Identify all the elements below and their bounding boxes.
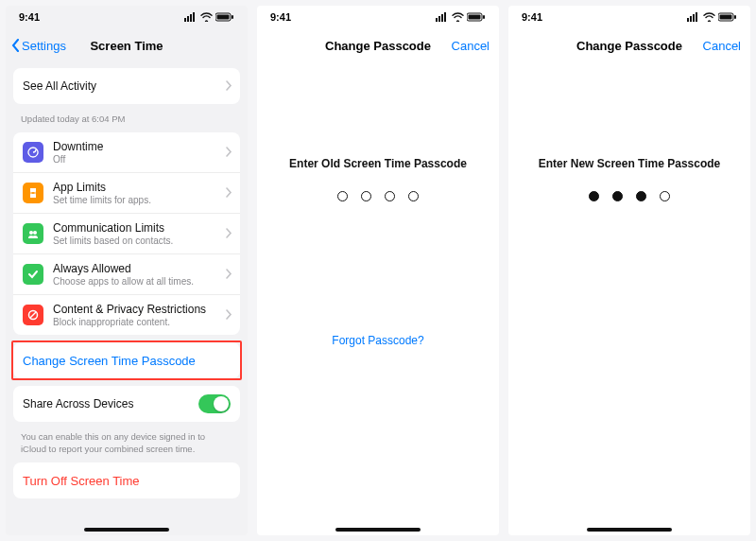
svg-point-7 xyxy=(29,231,33,235)
cancel-label: Cancel xyxy=(452,39,490,53)
see-all-activity-row[interactable]: See All Activity xyxy=(13,68,240,104)
communication-limits-sub: Set limits based on contacts. xyxy=(53,236,215,246)
chevron-right-icon xyxy=(226,266,232,283)
passcode-dot xyxy=(385,191,395,201)
passcode-dot xyxy=(660,191,670,201)
app-limits-title: App Limits xyxy=(53,181,215,194)
svg-rect-19 xyxy=(693,14,695,22)
signal-icon xyxy=(687,12,700,22)
app-limits-icon xyxy=(23,183,43,203)
turn-off-label: Turn Off Screen Time xyxy=(23,474,140,488)
turn-off-row[interactable]: Turn Off Screen Time xyxy=(13,462,240,498)
passcode-dots[interactable] xyxy=(337,191,419,201)
status-bar: 9:41 xyxy=(6,6,248,28)
svg-rect-6 xyxy=(232,15,233,19)
svg-rect-23 xyxy=(734,15,736,19)
signal-icon xyxy=(436,12,449,22)
forgot-passcode-link[interactable]: Forgot Passcode? xyxy=(332,334,423,347)
nav-bar: Settings Screen Time xyxy=(6,28,248,62)
home-indicator[interactable] xyxy=(587,528,672,532)
communication-limits-title: Communication Limits xyxy=(53,221,215,235)
svg-rect-15 xyxy=(469,15,481,20)
chevron-right-icon xyxy=(226,225,232,242)
content-privacy-sub: Block inappropriate content. xyxy=(53,317,215,327)
passcode-dot xyxy=(361,191,371,201)
communication-limits-icon xyxy=(23,223,43,244)
turn-off-section: Turn Off Screen Time xyxy=(13,462,240,498)
passcode-body: Enter New Screen Time Passcode xyxy=(508,62,750,201)
always-allowed-title: Always Allowed xyxy=(53,262,215,275)
content-privacy-icon xyxy=(23,305,43,325)
downtime-icon xyxy=(23,142,43,163)
status-bar: 9:41 xyxy=(257,6,499,28)
status-icons xyxy=(436,12,486,22)
passcode-dot xyxy=(337,191,348,201)
screen-time-settings-phone: 9:41 Settings Screen Time See All Activi… xyxy=(6,6,248,535)
chevron-right-icon xyxy=(226,184,232,201)
chevron-left-icon xyxy=(11,39,20,52)
nav-title: Change Passcode xyxy=(576,39,682,53)
cancel-button[interactable]: Cancel xyxy=(703,28,741,62)
svg-rect-1 xyxy=(187,16,189,22)
content-privacy-row[interactable]: Content & Privacy Restrictions Block ina… xyxy=(13,295,240,335)
nav-back-button[interactable]: Settings xyxy=(11,28,66,62)
svg-rect-10 xyxy=(436,18,438,22)
status-time: 9:41 xyxy=(19,11,40,23)
svg-rect-16 xyxy=(483,15,485,19)
nav-title: Change Passcode xyxy=(325,39,431,53)
always-allowed-icon xyxy=(23,264,43,285)
svg-rect-13 xyxy=(444,12,446,22)
home-indicator[interactable] xyxy=(84,528,169,532)
status-icons xyxy=(687,12,737,22)
status-icons xyxy=(184,12,234,22)
svg-rect-11 xyxy=(438,16,440,22)
activity-section: See All Activity xyxy=(13,68,240,104)
chevron-right-icon xyxy=(226,306,232,323)
passcode-prompt: Enter New Screen Time Passcode xyxy=(539,157,721,170)
svg-rect-0 xyxy=(184,18,186,22)
app-limits-row[interactable]: App Limits Set time limits for apps. xyxy=(13,173,240,214)
svg-point-8 xyxy=(33,231,37,235)
passcode-dot xyxy=(612,191,623,201)
app-limits-sub: Set time limits for apps. xyxy=(53,195,215,205)
passcode-dot xyxy=(589,191,599,201)
cancel-button[interactable]: Cancel xyxy=(452,28,490,62)
always-allowed-sub: Choose apps to allow at all times. xyxy=(53,276,215,287)
status-time: 9:41 xyxy=(522,11,542,23)
passcode-dot xyxy=(408,191,419,201)
svg-rect-2 xyxy=(190,14,192,22)
nav-title: Screen Time xyxy=(90,39,163,53)
content-privacy-title: Content & Privacy Restrictions xyxy=(53,303,215,316)
passcode-dots[interactable] xyxy=(589,191,670,201)
enter-old-passcode-phone: 9:41 Change Passcode Cancel Enter Old Sc… xyxy=(257,6,499,535)
cancel-label: Cancel xyxy=(703,39,741,53)
downtime-sub: Off xyxy=(53,154,215,165)
chevron-right-icon xyxy=(226,144,232,161)
share-toggle[interactable] xyxy=(198,394,231,413)
status-bar: 9:41 xyxy=(508,6,750,28)
battery-icon xyxy=(718,12,737,22)
share-across-devices-row[interactable]: Share Across Devices xyxy=(13,386,240,422)
updated-footer: Updated today at 6:04 PM xyxy=(6,110,248,127)
change-passcode-row[interactable]: Change Screen Time Passcode xyxy=(13,342,240,378)
share-section: Share Across Devices xyxy=(13,386,240,422)
svg-rect-20 xyxy=(696,12,697,22)
home-indicator[interactable] xyxy=(335,528,421,532)
battery-icon xyxy=(215,12,234,22)
wifi-icon xyxy=(703,12,715,22)
settings-content: See All Activity Updated today at 6:04 P… xyxy=(6,62,248,535)
passcode-prompt: Enter Old Screen Time Passcode xyxy=(289,157,467,170)
wifi-icon xyxy=(200,12,213,22)
status-time: 9:41 xyxy=(270,11,291,23)
always-allowed-row[interactable]: Always Allowed Choose apps to allow at a… xyxy=(13,254,240,295)
communication-limits-row[interactable]: Communication Limits Set limits based on… xyxy=(13,214,240,254)
see-all-activity-label: See All Activity xyxy=(23,79,215,93)
change-passcode-highlight: Change Screen Time Passcode xyxy=(11,340,242,380)
passcode-body: Enter Old Screen Time Passcode Forgot Pa… xyxy=(257,62,499,347)
nav-back-label: Settings xyxy=(22,39,66,53)
downtime-title: Downtime xyxy=(53,140,215,153)
wifi-icon xyxy=(452,12,464,22)
svg-rect-22 xyxy=(720,15,732,20)
downtime-row[interactable]: Downtime Off xyxy=(13,132,240,173)
change-passcode-section: Change Screen Time Passcode xyxy=(13,342,240,378)
